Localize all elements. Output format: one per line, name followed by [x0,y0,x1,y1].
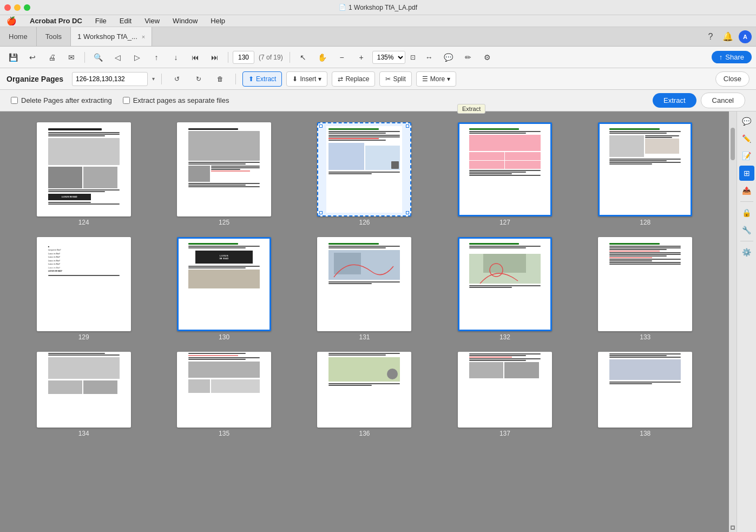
page-thumb-132[interactable]: 132 [437,237,572,341]
sidebar-comment-icon[interactable]: 💬 [739,114,754,129]
page-frame-125[interactable] [177,122,271,216]
share-button[interactable]: ↑ Share [712,51,752,63]
sidebar-organize-icon[interactable]: ⊞ [739,166,754,181]
draw-button[interactable]: ✏ [459,50,477,65]
page-thumb-135[interactable]: 135 [156,352,291,437]
delete-button[interactable]: 🗑 [212,71,229,87]
page-thumb-126[interactable]: 126 [297,122,432,226]
page-number-input[interactable]: 130 [233,51,254,64]
separate-files-label: Extract pages as separate files [133,96,229,104]
notification-button[interactable]: 🔔 [721,30,734,43]
scroll-thumb[interactable] [731,128,735,160]
page-frame-134[interactable] [37,352,131,428]
page-thumb-130[interactable]: LUXUS IM BAD 130 [156,237,291,341]
close-organize-button[interactable]: Close [715,71,750,87]
menu-file[interactable]: File [93,16,109,26]
page-thumb-125[interactable]: 125 [156,122,291,226]
save-button[interactable]: 💾 [4,50,22,65]
prev-view-button[interactable]: ◁ [109,50,126,65]
insert-button[interactable]: ⬇ Insert ▾ [286,71,327,87]
undo-button[interactable]: ↺ [168,71,186,87]
close-window-button[interactable] [4,4,11,11]
page-thumb-124[interactable]: LUXUS IM BAD 124 [16,122,151,226]
sidebar-enhance-icon[interactable]: 🔧 [739,222,754,238]
menu-help[interactable]: Help [208,16,227,26]
page-frame-136[interactable] [317,352,411,428]
range-dropdown[interactable]: ▾ [152,76,155,82]
scroll-bottom-icon[interactable] [731,526,735,530]
page-frame-128[interactable] [598,122,692,216]
sidebar-protect-icon[interactable]: 🔒 [739,205,754,220]
prev-page-button[interactable]: ↑ [148,50,165,65]
fullscreen-window-button[interactable] [24,4,30,11]
do-extract-button[interactable]: Extract [653,93,696,108]
page-frame-124[interactable]: LUXUS IM BAD [37,122,131,216]
fit-width-button[interactable]: ↔ [420,50,438,65]
page-thumb-138[interactable]: 138 [578,352,713,437]
page-frame-129[interactable]: ■ Larque im Bad° Luxus im Bad° Luxus im … [37,237,131,331]
page-thumb-129[interactable]: ■ Larque im Bad° Luxus im Bad° Luxus im … [16,237,151,341]
split-button[interactable]: ✂ Split [379,71,411,87]
zoom-out-button[interactable]: 🔍 [89,50,107,65]
menu-acrobat[interactable]: Acrobat Pro DC [28,16,84,26]
menu-edit[interactable]: Edit [117,16,134,26]
page-frame-135[interactable] [177,352,271,428]
page-frame-130[interactable]: LUXUS IM BAD [177,237,271,331]
extract-button[interactable]: ⬆ Extract [242,71,282,87]
page-thumb-137[interactable]: 137 [437,352,572,437]
redo-button[interactable]: ↻ [190,71,207,87]
sidebar-edit-icon[interactable]: ✏️ [739,131,754,146]
menu-window[interactable]: Window [170,16,200,26]
zoom-in-tool[interactable]: + [353,50,370,65]
separator-3 [290,52,290,63]
page-thumb-136[interactable]: 136 [297,352,432,437]
delete-pages-checkbox[interactable] [11,97,18,104]
next-page-button[interactable]: ↓ [167,50,185,65]
last-page-button[interactable]: ⏭ [206,50,223,65]
page-frame-127[interactable] [458,122,552,216]
next-view-button[interactable]: ▷ [128,50,146,65]
tab-home[interactable]: Home [0,27,37,46]
back-button[interactable]: ↩ [24,50,41,65]
page-frame-131[interactable] [317,237,411,331]
page-total: (7 of 19) [257,54,285,61]
apple-menu[interactable]: 🍎 [4,15,19,27]
page-range-input[interactable]: 126-128,130,132 [72,72,148,86]
replace-button[interactable]: ⇄ Replace [332,71,375,87]
page-frame-126[interactable] [317,122,411,216]
page-thumb-131[interactable]: 131 [297,237,432,341]
sidebar-export-icon[interactable]: 📤 [739,183,754,198]
more-button[interactable]: ☰ More ▾ [416,71,456,87]
help-button[interactable]: ? [704,30,717,43]
sidebar-more-icon[interactable]: ⚙️ [739,245,754,260]
page-frame-137[interactable] [458,352,552,428]
user-avatar[interactable]: A [739,30,752,43]
menu-view[interactable]: View [142,16,162,26]
separate-files-checkbox-label[interactable]: Extract pages as separate files [123,96,229,104]
page-frame-132[interactable] [458,237,552,331]
comment-button[interactable]: 💬 [440,50,457,65]
page-thumb-128[interactable]: 128 [578,122,713,226]
tab-tools[interactable]: Tools [37,27,71,46]
cancel-extract-button[interactable]: Cancel [701,93,745,108]
minimize-window-button[interactable] [14,4,21,11]
pan-tool[interactable]: ✋ [314,50,331,65]
first-page-button[interactable]: ⏮ [187,50,204,65]
page-thumb-127[interactable]: 127 [437,122,572,226]
fit-page-button[interactable]: ⊡ [407,50,418,65]
print-button[interactable]: 🖨 [43,50,61,65]
delete-pages-checkbox-label[interactable]: Delete Pages after extracting [11,96,112,104]
zoom-select[interactable]: 135% 100% 150% 200% [372,51,405,64]
page-frame-133[interactable] [598,237,692,331]
page-thumb-134[interactable]: 134 [16,352,151,437]
page-frame-138[interactable] [598,352,692,428]
page-thumb-133[interactable]: 133 [578,237,713,341]
tab-document[interactable]: 1 Workshop TfA_... × [71,27,152,46]
zoom-out-tool[interactable]: − [333,50,351,65]
sidebar-fillsign-icon[interactable]: 📝 [739,148,754,163]
email-button[interactable]: ✉ [63,50,80,65]
select-tool[interactable]: ↖ [294,50,312,65]
separate-files-checkbox[interactable] [123,97,130,104]
more-tools-button[interactable]: ⚙ [479,50,496,65]
tab-close-button[interactable]: × [142,34,145,40]
